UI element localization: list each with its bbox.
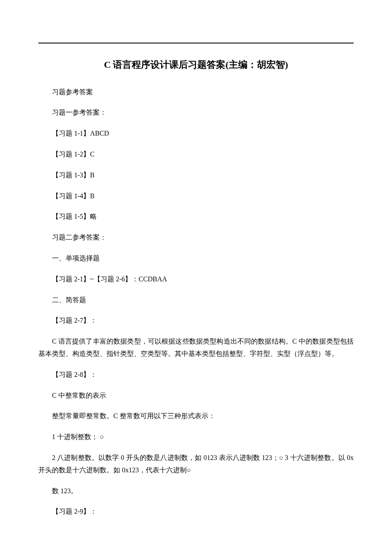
- section-1-header: 习题一参考答案：: [38, 107, 354, 119]
- question-1-5: 【习题 1-5】略: [38, 211, 354, 223]
- question-2-8-line-5: 数 123。: [38, 485, 354, 497]
- question-2-8-line-3: 1 十进制整数； ○: [38, 431, 354, 443]
- question-1-4: 【习题 1-4】B: [38, 190, 354, 202]
- question-2-8-line-4: 2 八进制整数。以数字 0 开头的数是八进制数，如 0123 表示八进制数 12…: [38, 452, 354, 477]
- question-2-1-to-6: 【习题 2-1】~【习题 2-6】：CCDBAA: [38, 273, 354, 286]
- top-divider: [38, 43, 354, 43]
- question-2-8-label: 【习题 2-8】：: [38, 369, 354, 381]
- question-2-8-line-2: 整型常量即整常数。C 整常数可用以下三种形式表示：: [38, 410, 354, 422]
- part-2-header: 二、简答题: [38, 294, 354, 306]
- answers-header: 习题参考答案: [38, 86, 354, 98]
- page-title: C 语言程序设计课后习题答案(主编：胡宏智): [38, 56, 354, 73]
- section-2-header: 习题二参考答案：: [38, 231, 354, 244]
- question-1-1: 【习题 1-1】ABCD: [38, 127, 354, 140]
- question-1-3: 【习题 1-3】B: [38, 169, 354, 182]
- question-1-2: 【习题 1-2】C: [38, 148, 354, 161]
- question-2-9-label: 【习题 2-9】：: [38, 506, 354, 518]
- part-1-header: 一、单项选择题: [38, 252, 354, 265]
- question-2-7-body: C 语言提供了丰富的数据类型，可以根据这些数据类型构造出不同的数据结构。C 中的…: [38, 335, 354, 360]
- question-2-7-label: 【习题 2-7】：: [38, 315, 354, 327]
- question-2-8-line-1: C 中整常数的表示: [38, 390, 354, 402]
